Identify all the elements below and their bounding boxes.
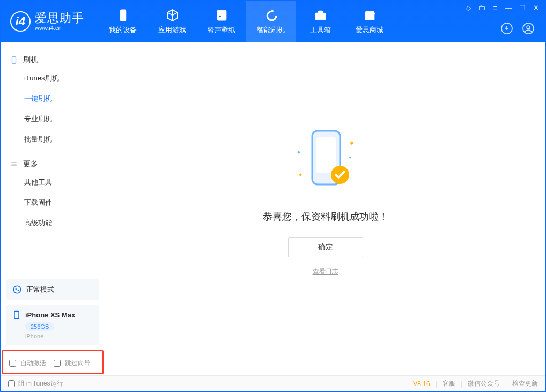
close-button[interactable]: ✕ xyxy=(533,4,539,12)
sidebar: 刷机 iTunes刷机 一键刷机 专业刷机 批量刷机 更多 其他工具 下载固件 … xyxy=(1,42,105,375)
device-name: iPhone XS Max xyxy=(25,311,75,319)
device-info-card[interactable]: iPhone XS Max 256GB iPhone xyxy=(6,305,99,345)
nav-label: 应用游戏 xyxy=(158,25,186,35)
device-icon xyxy=(116,9,130,22)
device-mode-card[interactable]: 正常模式 xyxy=(6,279,99,300)
menu-icon[interactable]: ≡ xyxy=(493,4,497,12)
footer-link-wechat[interactable]: 微信公众号 xyxy=(468,379,500,388)
sidebar-item-batch-flash[interactable]: 批量刷机 xyxy=(1,129,105,150)
sidebar-item-pro-flash[interactable]: 专业刷机 xyxy=(1,109,105,129)
svg-point-11 xyxy=(18,290,19,291)
minimize-button[interactable]: — xyxy=(505,4,512,12)
mode-icon xyxy=(12,285,22,294)
footer-left: 阻止iTunes运行 xyxy=(8,379,63,388)
sidebar-item-advanced[interactable]: 高级功能 xyxy=(1,213,105,233)
main-nav: 我的设备 应用游戏 铃声壁纸 智能刷机 工具箱 爱思商城 xyxy=(98,1,394,42)
sidebar-bottom: 正常模式 iPhone XS Max 256GB iPhone xyxy=(1,274,105,350)
svg-rect-8 xyxy=(12,57,16,63)
app-logo[interactable]: i4 爱思助手 www.i4.cn xyxy=(10,11,84,32)
sidebar-section-more: 更多 xyxy=(1,156,105,172)
version-label: V8.16 xyxy=(413,380,430,388)
svg-rect-16 xyxy=(297,151,300,154)
svg-rect-4 xyxy=(365,14,374,19)
block-itunes-checkbox[interactable] xyxy=(8,380,15,387)
svg-point-6 xyxy=(523,23,534,34)
footer: 阻止iTunes运行 V8.16 | 客服 | 微信公众号 | 检查更新 xyxy=(1,375,545,391)
nav-ringtones-wallpapers[interactable]: 铃声壁纸 xyxy=(197,1,246,42)
view-log-link[interactable]: 查看日志 xyxy=(313,267,338,276)
maximize-button[interactable]: ☐ xyxy=(519,4,526,12)
svg-point-9 xyxy=(13,286,21,293)
auto-activate-label: 自动激活 xyxy=(20,359,46,368)
sidebar-item-itunes-flash[interactable]: iTunes刷机 xyxy=(1,68,105,88)
success-illustration xyxy=(291,125,360,195)
nav-label: 铃声壁纸 xyxy=(208,25,235,35)
nav-store[interactable]: 爱思商城 xyxy=(345,1,394,42)
header-actions xyxy=(500,22,535,35)
app-url: www.i4.cn xyxy=(35,25,84,31)
nav-label: 工具箱 xyxy=(310,25,331,35)
cube-icon xyxy=(166,9,179,22)
footer-right: V8.16 | 客服 | 微信公众号 | 检查更新 xyxy=(413,379,538,388)
header: i4 爱思助手 www.i4.cn 我的设备 应用游戏 铃声壁纸 智能刷机 工具… xyxy=(1,1,545,42)
device-phone-icon xyxy=(12,310,21,319)
nav-label: 我的设备 xyxy=(109,25,137,35)
svg-rect-19 xyxy=(349,157,351,159)
menu-lines-icon xyxy=(10,160,18,168)
store-icon xyxy=(363,9,377,22)
skip-guide-label: 跳过向导 xyxy=(65,359,91,368)
skip-guide-checkbox[interactable] xyxy=(54,360,61,367)
svg-point-10 xyxy=(15,288,17,290)
nav-label: 爱思商城 xyxy=(356,25,383,35)
lock-icon[interactable]: 🗀 xyxy=(478,4,485,12)
success-message: 恭喜您，保资料刷机成功啦！ xyxy=(263,210,388,223)
svg-rect-17 xyxy=(350,141,353,145)
nav-label: 智能刷机 xyxy=(257,25,285,35)
svg-point-7 xyxy=(527,26,530,29)
footer-link-support[interactable]: 客服 xyxy=(442,379,455,388)
shirt-icon[interactable]: ◇ xyxy=(466,4,471,12)
main-content: 恭喜您，保资料刷机成功啦！ 确定 查看日志 xyxy=(105,42,545,375)
sidebar-section-flash: 刷机 xyxy=(1,52,105,68)
music-icon xyxy=(215,9,228,22)
svg-rect-12 xyxy=(14,311,19,318)
sidebar-item-download-firmware[interactable]: 下载固件 xyxy=(1,193,105,213)
block-itunes-label: 阻止iTunes运行 xyxy=(18,379,63,388)
svg-rect-14 xyxy=(316,137,336,173)
user-icon[interactable] xyxy=(522,22,535,35)
svg-rect-2 xyxy=(315,13,326,20)
footer-link-update[interactable]: 检查更新 xyxy=(512,379,538,388)
toolbox-icon xyxy=(314,9,327,22)
device-mode-label: 正常模式 xyxy=(26,285,54,294)
device-type: iPhone xyxy=(25,333,93,339)
svg-rect-1 xyxy=(217,10,226,20)
svg-rect-0 xyxy=(120,10,126,21)
nav-smart-flash[interactable]: 智能刷机 xyxy=(246,1,296,42)
app-body: 刷机 iTunes刷机 一键刷机 专业刷机 批量刷机 更多 其他工具 下载固件 … xyxy=(1,42,545,375)
svg-rect-3 xyxy=(318,11,322,13)
sidebar-item-other-tools[interactable]: 其他工具 xyxy=(1,172,105,193)
svg-rect-18 xyxy=(299,173,302,176)
app-name: 爱思助手 xyxy=(35,12,84,25)
download-icon[interactable] xyxy=(500,22,513,35)
success-block: 恭喜您，保资料刷机成功啦！ 确定 查看日志 xyxy=(263,125,388,276)
refresh-icon xyxy=(264,9,278,22)
nav-apps-games[interactable]: 应用游戏 xyxy=(147,1,197,42)
auto-activate-checkbox[interactable] xyxy=(9,360,16,367)
confirm-button[interactable]: 确定 xyxy=(288,237,363,257)
flash-options-row: 自动激活 跳过向导 xyxy=(2,350,104,374)
phone-icon xyxy=(10,56,18,64)
device-capacity-badge: 256GB xyxy=(25,322,54,331)
logo-icon: i4 xyxy=(10,11,31,32)
nav-toolbox[interactable]: 工具箱 xyxy=(296,1,345,42)
nav-my-device[interactable]: 我的设备 xyxy=(98,1,147,42)
window-controls: ◇ 🗀 ≡ — ☐ ✕ xyxy=(466,4,539,12)
sidebar-item-oneclick-flash[interactable]: 一键刷机 xyxy=(1,88,105,109)
